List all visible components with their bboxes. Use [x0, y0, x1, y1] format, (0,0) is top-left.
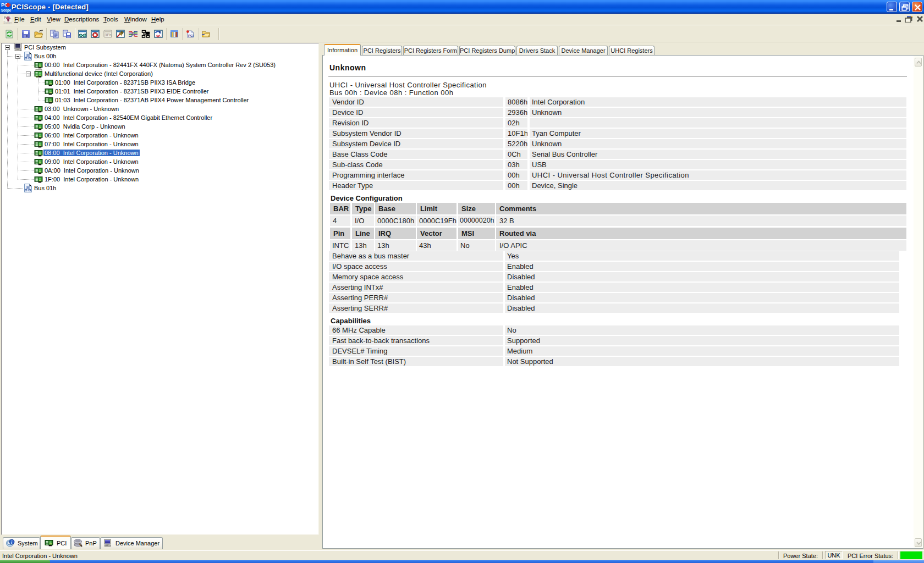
svg-text:Scope: Scope [3, 21, 12, 24]
svg-text:Scope: Scope [1, 8, 11, 13]
svg-text:3Fh: 3Fh [105, 33, 112, 37]
svg-text:PCI: PCI [188, 34, 194, 37]
